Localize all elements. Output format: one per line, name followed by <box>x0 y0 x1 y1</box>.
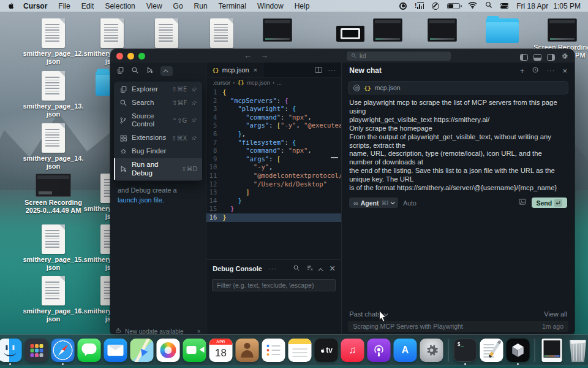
menu-go[interactable]: Go <box>168 2 189 10</box>
pin-icon[interactable] <box>191 135 197 141</box>
sidebar-item-bug-finder[interactable]: Bug Finder <box>114 145 202 158</box>
sidebar-item-explorer[interactable]: Explorer⇧⌘E <box>114 83 202 96</box>
dock-facetime[interactable] <box>183 338 206 362</box>
history-icon[interactable] <box>532 66 539 75</box>
dock-appstore[interactable]: A <box>394 338 417 362</box>
menu-run[interactable]: Run <box>189 2 213 10</box>
copy-pages-icon[interactable] <box>116 66 124 77</box>
desktop-icon-smithery-page-16-[interactable]: smithery_page_16.json <box>20 276 87 323</box>
desktop-icon-screen-recording[interactable]: Screen Recording2025-0...44.49 AM <box>20 174 87 214</box>
dock-podcasts[interactable] <box>368 338 391 362</box>
code-editor[interactable]: 1{2 "mcpServers": {3 "playwright": {4 "c… <box>206 87 341 259</box>
dock-calendar[interactable]: APR18 <box>209 338 233 362</box>
dock-safari[interactable] <box>51 338 75 362</box>
menu-terminal[interactable]: Terminal <box>213 2 252 10</box>
spotlight-icon[interactable] <box>485 1 492 10</box>
window-titlebar[interactable]: ← → kd <box>110 49 575 63</box>
view-all-link[interactable]: View all <box>544 310 567 318</box>
tab-mcp-json[interactable]: {} mcp.json × <box>206 63 263 77</box>
dock-appletv[interactable]: tv <box>315 338 338 362</box>
more-actions-icon[interactable]: ··· <box>268 265 277 272</box>
sidebar-item-source-control[interactable]: Source Control⌃⇧G <box>114 110 202 132</box>
menu-edit[interactable]: Edit <box>76 2 100 10</box>
zoom-window-button[interactable] <box>138 53 145 59</box>
do-not-disturb-icon[interactable] <box>432 2 439 10</box>
dock-settings[interactable] <box>420 338 443 362</box>
close-tab-icon[interactable]: × <box>254 66 257 74</box>
breadcrumb[interactable]: .cursor › {} mcp.json › ... <box>206 78 341 87</box>
dock-finder[interactable] <box>0 338 22 362</box>
minimize-window-button[interactable] <box>127 53 134 59</box>
breadcrumb-more[interactable]: ... <box>277 79 282 86</box>
console-filter-input[interactable]: Filter (e.g. text, !exclude, \escape) <box>212 279 336 291</box>
menu-selection[interactable]: Selection <box>99 2 140 10</box>
control-center-icon[interactable] <box>500 2 508 9</box>
new-chat-icon[interactable]: + <box>520 66 525 75</box>
dock-messages[interactable] <box>78 338 101 362</box>
menu-view[interactable]: View <box>141 2 168 10</box>
run-debug-icon[interactable] <box>146 66 154 77</box>
context-chip[interactable]: @ {} mcp.json <box>348 81 568 94</box>
stats-menu-icon[interactable]: ! <box>415 2 424 9</box>
wifi-icon[interactable] <box>468 1 477 10</box>
command-search-input[interactable]: kd <box>347 52 451 61</box>
collapse-panel-icon[interactable] <box>320 263 323 274</box>
close-panel-icon[interactable]: × <box>330 263 335 274</box>
menubar-clock[interactable]: Fri 18 Apr 1:05 PM <box>516 2 581 10</box>
dock-terminal[interactable]: $_ <box>454 338 477 362</box>
clear-console-icon[interactable] <box>306 263 314 274</box>
desktop-icon-smithery-page-14-[interactable]: smithery_page_14.json <box>20 123 87 170</box>
close-chat-icon[interactable]: × <box>562 66 567 75</box>
breadcrumb-root[interactable]: .cursor <box>213 79 230 86</box>
apple-menu-icon[interactable] <box>7 2 15 10</box>
toggle-right-panel-icon[interactable] <box>547 54 555 61</box>
dock-notes[interactable] <box>288 338 312 362</box>
dock-photos[interactable] <box>157 338 180 362</box>
pin-icon[interactable] <box>191 100 197 106</box>
chat-input-message[interactable]: Use playwright mcp to scrape the list of… <box>342 94 575 193</box>
more-actions-icon[interactable]: ··· <box>328 66 336 74</box>
breadcrumb-file[interactable]: mcp.json <box>247 79 270 86</box>
desktop-icon-top-3[interactable] <box>244 18 311 42</box>
send-button[interactable]: Send ↵ <box>532 197 567 208</box>
agent-mode-selector[interactable]: ∞ Agent ⌘I <box>349 197 398 208</box>
dock-trash[interactable] <box>567 338 588 362</box>
desktop-icon-top-7[interactable] <box>469 18 536 43</box>
desktop-icon-top-6[interactable] <box>409 18 476 42</box>
settings-gear-icon[interactable] <box>560 52 568 63</box>
record-indicator-icon[interactable] <box>399 2 407 10</box>
dock-music[interactable]: ♫ <box>341 338 364 362</box>
dock-maps[interactable] <box>130 338 154 362</box>
toggle-bottom-panel-icon[interactable] <box>533 54 541 61</box>
model-auto-selector[interactable]: Auto <box>403 199 417 207</box>
forward-icon[interactable]: → <box>260 51 268 60</box>
toggle-left-panel-icon[interactable] <box>520 54 528 61</box>
pin-icon[interactable] <box>191 117 197 123</box>
dock-mail[interactable] <box>104 338 127 362</box>
sidebar-item-run-and-debug[interactable]: Run and Debug⇧⌘D <box>114 158 202 180</box>
dock-contacts[interactable] <box>236 338 259 362</box>
dismiss-banner-icon[interactable]: × <box>197 328 201 335</box>
past-chats-label[interactable]: Past chats <box>349 310 380 318</box>
menu-file[interactable]: File <box>53 2 75 10</box>
more-actions-icon[interactable]: ··· <box>546 67 555 74</box>
menu-help[interactable]: Help <box>289 2 315 10</box>
sidebar-item-search[interactable]: Search⇧⌘F <box>114 96 202 110</box>
search-icon[interactable] <box>131 66 139 77</box>
desktop-icon-smithery-page-13-[interactable]: smithery_page_13.json <box>20 71 87 118</box>
menu-app-name[interactable]: Cursor <box>18 2 53 10</box>
collapse-chevron-icon[interactable] <box>160 66 173 76</box>
sidebar-item-extensions[interactable]: Extensions⇧⌘X <box>114 131 202 145</box>
desktop-icon-smithery-page-15-[interactable]: smithery_page_15.json <box>20 224 87 271</box>
pin-icon[interactable] <box>191 86 197 93</box>
launch-json-link[interactable]: launch.json file. <box>118 196 198 205</box>
dock-cursor[interactable] <box>507 338 530 362</box>
battery-icon[interactable] <box>447 3 460 9</box>
split-editor-icon[interactable] <box>315 67 322 73</box>
dock-launchpad[interactable] <box>25 338 48 362</box>
close-window-button[interactable] <box>116 53 123 59</box>
search-icon[interactable] <box>293 263 300 274</box>
dock-textedit[interactable] <box>480 338 503 362</box>
menu-window[interactable]: Window <box>252 2 289 10</box>
back-icon[interactable]: ← <box>244 51 252 60</box>
